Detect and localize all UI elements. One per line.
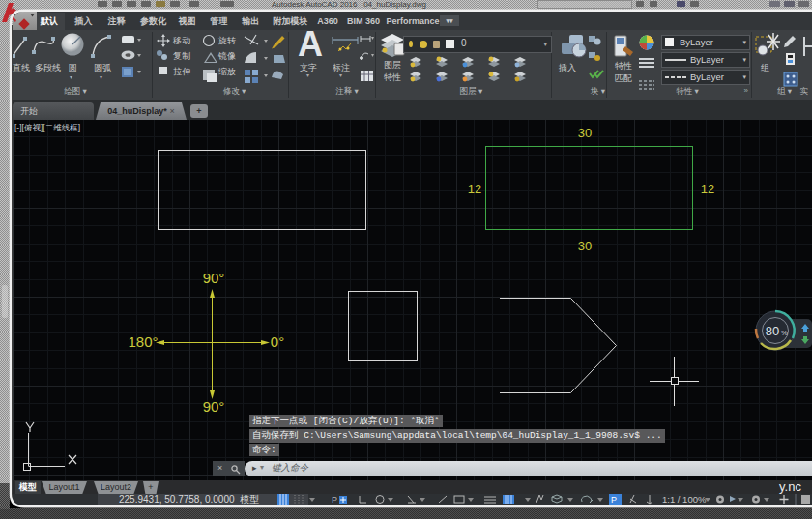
svg-text:12: 12 xyxy=(701,182,714,196)
svg-text:80: 80 xyxy=(766,324,779,338)
svg-text:0°: 0° xyxy=(271,333,284,350)
svg-text:30: 30 xyxy=(578,239,592,253)
svg-text:90°: 90° xyxy=(203,270,225,286)
svg-text:P: P xyxy=(611,495,617,505)
svg-text:1:1 / 100%: 1:1 / 100% xyxy=(662,494,707,505)
svg-text:90°: 90° xyxy=(203,398,225,415)
svg-text:P: P xyxy=(332,495,337,505)
svg-text:180°: 180° xyxy=(128,333,158,350)
svg-text:30: 30 xyxy=(578,126,592,140)
svg-text:%: % xyxy=(781,329,788,337)
svg-text:12: 12 xyxy=(468,182,481,196)
